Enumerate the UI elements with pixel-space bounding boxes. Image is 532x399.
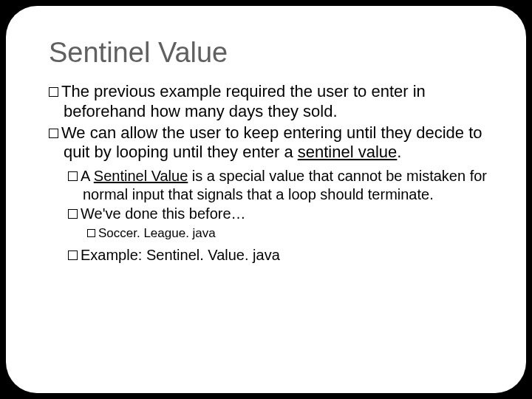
- slide-title: Sentinel Value: [49, 37, 491, 69]
- sub-3-b: Sentinel. Value. java: [146, 247, 280, 263]
- bullet-2-underline: sentinel value: [298, 143, 398, 161]
- bullet-1-text: The previous example required the user t…: [61, 82, 426, 120]
- sub-1-a: A: [81, 168, 94, 184]
- sub-3: Example: Sentinel. Value. java: [68, 246, 491, 264]
- slide: Sentinel Value The previous example requ…: [6, 6, 526, 393]
- square-bullet-icon: [49, 87, 58, 97]
- square-bullet-icon: [87, 229, 95, 237]
- bullet-1: The previous example required the user t…: [49, 82, 491, 122]
- square-bullet-icon: [68, 171, 78, 181]
- sub-1: A Sentinel Value is a special value that…: [68, 167, 491, 203]
- square-bullet-icon: [68, 209, 78, 219]
- subsub-list: Soccer. League. java: [68, 225, 491, 241]
- square-bullet-icon: [49, 129, 58, 138]
- bullet-2-text-a: We can allow the user to keep entering u…: [61, 123, 482, 162]
- subsub-1-text: Soccer. League. java: [98, 226, 216, 240]
- square-bullet-icon: [68, 250, 78, 260]
- sub-3-a: Example:: [81, 247, 146, 263]
- bullet-2-text-b: .: [397, 143, 401, 161]
- bullet-2: We can allow the user to keep entering u…: [49, 123, 491, 163]
- sub-2-text: We've done this before…: [81, 205, 246, 222]
- subsub-1: Soccer. League. java: [87, 225, 491, 241]
- sub-list: A Sentinel Value is a special value that…: [49, 167, 491, 264]
- sub-1-underline: Sentinel Value: [94, 168, 188, 184]
- sub-2: We've done this before…: [68, 205, 491, 222]
